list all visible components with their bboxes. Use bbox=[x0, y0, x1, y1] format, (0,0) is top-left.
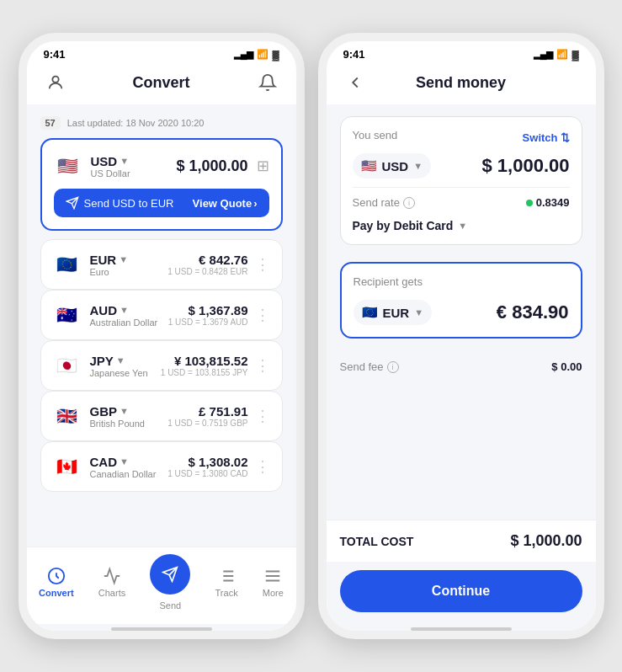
currency-list-item[interactable]: 🇦🇺 AUD ▼ Australian Dollar $ 1,367.89 1 … bbox=[40, 290, 283, 340]
update-text: Last updated: 18 Nov 2020 10:20 bbox=[67, 118, 205, 128]
currency-right-1: $ 1,367.89 1 USD = 1.3679 AUD ⋮ bbox=[168, 303, 270, 327]
currency-name-AUD: Australian Dollar bbox=[90, 317, 158, 328]
pay-method-row[interactable]: Pay by Debit Card ▼ bbox=[353, 214, 570, 232]
currency-amount-col-0: € 842.76 1 USD = 0.8428 EUR bbox=[167, 253, 247, 276]
currency-list-item[interactable]: 🇯🇵 JPY ▼ Japanese Yen ¥ 103,815.52 1 USD… bbox=[40, 340, 283, 391]
currency-row-3: 🇬🇧 GBP ▼ British Pound £ 751.91 1 USD = … bbox=[53, 402, 270, 430]
recipient-code: EUR bbox=[383, 306, 410, 320]
send-nav-btn[interactable] bbox=[150, 554, 190, 595]
track-icon bbox=[217, 567, 236, 585]
charts-icon bbox=[103, 567, 121, 585]
currency-rate-GBP: 1 USD = 0.7519 GBP bbox=[167, 419, 247, 428]
currency-amount-col-1: $ 1,367.89 1 USD = 1.3679 AUD bbox=[168, 303, 248, 327]
currency-info-3: GBP ▼ British Pound bbox=[90, 404, 145, 429]
currency-rate-AUD: 1 USD = 1.3679 AUD bbox=[168, 317, 248, 327]
continue-btn[interactable]: Continue bbox=[340, 570, 582, 612]
currency-code-JPY: JPY ▼ bbox=[90, 354, 148, 368]
view-quote-btn[interactable]: View Quote › bbox=[193, 197, 258, 210]
currency-amount-col-3: £ 751.91 1 USD = 0.7519 GBP bbox=[167, 404, 247, 428]
phone2-bottom: TOTAL COST $ 1,000.00 Continue bbox=[327, 520, 596, 624]
header-1: Convert bbox=[27, 64, 296, 104]
nav-more-label: More bbox=[263, 588, 284, 598]
currency-rate-EUR: 1 USD = 0.8428 EUR bbox=[167, 267, 247, 276]
nav-track-label: Track bbox=[215, 588, 238, 598]
svg-point-0 bbox=[52, 77, 58, 83]
nav-send-label: Send bbox=[160, 600, 182, 611]
currency-info-2: JPY ▼ Japanese Yen bbox=[90, 354, 148, 378]
send-label: Send USD to EUR bbox=[84, 197, 174, 210]
you-send-code: USD bbox=[382, 159, 409, 173]
bell-icon[interactable] bbox=[256, 71, 279, 94]
currency-list-item[interactable]: 🇬🇧 GBP ▼ British Pound £ 751.91 1 USD = … bbox=[40, 391, 283, 441]
app-container: 9:41 ▂▄▆ 📶 ▓ Convert bbox=[2, 16, 621, 656]
send-rate-value: 0.8349 bbox=[526, 196, 570, 209]
fee-info-icon: i bbox=[387, 361, 399, 373]
active-amount: $ 1,000.00 bbox=[176, 157, 247, 175]
send-rate-label: Send rate i bbox=[353, 196, 415, 209]
currency-row-2: 🇯🇵 JPY ▼ Japanese Yen ¥ 103,815.52 1 USD… bbox=[53, 351, 270, 380]
status-time-1: 9:41 bbox=[44, 48, 66, 61]
currency-menu-CAD[interactable]: ⋮ bbox=[255, 457, 270, 476]
send-nav-icon bbox=[162, 566, 178, 583]
fee-row: Send fee i $ 0.00 bbox=[340, 355, 582, 378]
flag-CAD: 🇨🇦 bbox=[53, 452, 82, 481]
currency-name-CAD: Canadian Dollar bbox=[90, 469, 157, 479]
back-icon[interactable] bbox=[343, 71, 367, 94]
page-title-1: Convert bbox=[67, 74, 256, 92]
active-currency-info: USD ▼ US Dollar bbox=[91, 154, 130, 179]
phone-2: 9:41 ▂▄▆ 📶 ▓ Send money bbox=[318, 33, 604, 639]
update-bar: 57 Last updated: 18 Nov 2020 10:20 bbox=[40, 116, 283, 130]
placeholder-icon bbox=[556, 71, 579, 94]
home-indicator-2 bbox=[411, 627, 512, 631]
status-time-2: 9:41 bbox=[343, 48, 365, 61]
currency-left-1: 🇦🇺 AUD ▼ Australian Dollar bbox=[53, 301, 158, 329]
green-dot bbox=[526, 200, 533, 206]
currency-list-item[interactable]: 🇪🇺 EUR ▼ Euro € 842.76 1 USD = 0.8428 EU… bbox=[40, 239, 283, 290]
user-icon[interactable] bbox=[44, 71, 67, 94]
currency-right-0: € 842.76 1 USD = 0.8428 EUR ⋮ bbox=[167, 253, 269, 276]
main-content-2: You send Switch ⇅ 🇺🇸 USD ▼ $ 1,000.00 bbox=[327, 104, 596, 520]
recipient-card: Recipient gets 🇪🇺 EUR ▼ € 834.90 bbox=[340, 262, 582, 339]
you-send-card: You send Switch ⇅ 🇺🇸 USD ▼ $ 1,000.00 bbox=[340, 116, 582, 245]
nav-more[interactable]: More bbox=[263, 567, 284, 598]
signal-icon-2: ▂▄▆ bbox=[534, 49, 554, 60]
nav-track[interactable]: Track bbox=[215, 567, 238, 598]
you-send-flag: 🇺🇸 bbox=[361, 158, 377, 173]
recipient-header: Recipient gets bbox=[354, 275, 569, 293]
active-currency-name: US Dollar bbox=[91, 168, 130, 179]
you-send-currency-pill[interactable]: 🇺🇸 USD ▼ bbox=[353, 153, 432, 179]
status-bar-1: 9:41 ▂▄▆ 📶 ▓ bbox=[27, 41, 296, 64]
nav-convert-label: Convert bbox=[39, 588, 74, 598]
currency-amount-col-2: ¥ 103,815.52 1 USD = 103.8155 JPY bbox=[161, 354, 248, 377]
fee-value: $ 0.00 bbox=[551, 360, 582, 373]
active-currency-card[interactable]: 🇺🇸 USD ▼ US Dollar $ 1,000.00 bbox=[40, 138, 283, 231]
currency-menu-GBP[interactable]: ⋮ bbox=[255, 407, 270, 425]
switch-btn[interactable]: Switch ⇅ bbox=[523, 131, 570, 144]
currency-code-AUD: AUD ▼ bbox=[90, 303, 158, 317]
nav-charts-label: Charts bbox=[98, 588, 125, 598]
currency-amount-AUD: $ 1,367.89 bbox=[168, 303, 248, 317]
send-arrow-icon bbox=[66, 196, 79, 210]
send-bar[interactable]: Send USD to EUR View Quote › bbox=[54, 189, 269, 217]
status-icons-2: ▂▄▆ 📶 ▓ bbox=[534, 49, 579, 60]
currency-list-item[interactable]: 🇨🇦 CAD ▼ Canadian Dollar $ 1,308.02 1 US… bbox=[40, 441, 283, 492]
nav-charts[interactable]: Charts bbox=[98, 567, 125, 598]
nav-convert[interactable]: Convert bbox=[39, 567, 74, 598]
currency-menu-JPY[interactable]: ⋮ bbox=[255, 356, 270, 375]
currency-menu-EUR[interactable]: ⋮ bbox=[255, 255, 270, 274]
convert-icon bbox=[47, 567, 66, 585]
calculator-icon[interactable]: ⊞ bbox=[257, 157, 269, 175]
currency-menu-AUD[interactable]: ⋮ bbox=[255, 306, 270, 324]
usd-flag: 🇺🇸 bbox=[54, 152, 82, 180]
recipient-currency-pill[interactable]: 🇪🇺 EUR ▼ bbox=[354, 300, 433, 325]
battery-icon-2: ▓ bbox=[571, 50, 578, 60]
nav-send[interactable]: Send bbox=[150, 554, 190, 611]
currency-amount-GBP: £ 751.91 bbox=[167, 404, 247, 419]
home-indicator-1 bbox=[111, 627, 212, 631]
currency-info-1: AUD ▼ Australian Dollar bbox=[90, 303, 158, 328]
wifi-icon-2: 📶 bbox=[556, 49, 568, 60]
recipient-dropdown: ▼ bbox=[414, 307, 423, 317]
currency-amount-CAD: $ 1,308.02 bbox=[167, 455, 247, 469]
currency-right-2: ¥ 103,815.52 1 USD = 103.8155 JPY ⋮ bbox=[161, 354, 270, 377]
you-send-dropdown: ▼ bbox=[413, 161, 423, 171]
